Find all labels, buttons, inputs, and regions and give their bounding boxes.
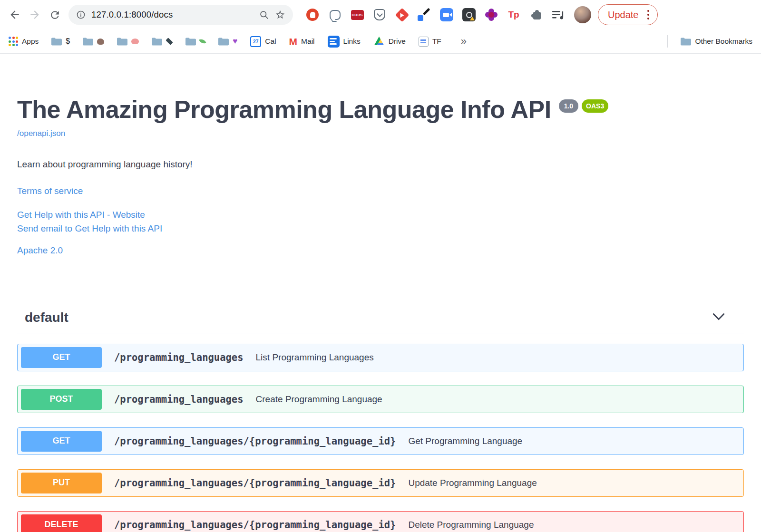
tp-extension-icon[interactable]: Tp [507,8,521,22]
method-badge: GET [21,347,102,368]
bookmark-folder-horse[interactable] [83,38,104,46]
atom-icon [462,8,476,21]
reload-button[interactable] [45,5,65,25]
speech-bubble-icon [330,10,341,20]
bookmark-folder-heart[interactable]: ♥ [218,37,237,46]
url-text[interactable]: 127.0.0.1:8000/docs [91,10,254,20]
back-button[interactable] [5,5,25,25]
bookmark-folder-plant[interactable] [185,38,205,46]
tag-section-default[interactable]: default [17,306,744,333]
redirect-extension-icon[interactable] [395,8,409,22]
extensions-row: CORS Tp [305,8,566,22]
tp-logo: Tp [508,10,519,20]
zoom-icon[interactable] [259,10,269,20]
bookmark-label: TF [432,37,441,46]
operations-list: GET /programming_languages List Programm… [17,344,744,532]
reload-icon [49,9,61,21]
version-badge: 1.0 [559,99,578,113]
bookmark-star-icon[interactable] [275,10,285,20]
openapi-spec-link[interactable]: /openapi.json [17,129,65,138]
bookmark-label: Apps [22,37,39,46]
devtools-extension-icon[interactable] [462,8,476,22]
folder-icon [83,38,93,46]
cors-extension-icon[interactable]: CORS [350,8,364,22]
endpoint-row-update-language[interactable]: PUT /programming_languages/{programming_… [17,469,744,497]
bookmark-label: $ [66,37,70,46]
media-queue-button[interactable] [551,8,566,22]
folder-icon [51,38,62,46]
brain-emoji-icon [131,39,139,44]
red-arrow-icon [395,8,409,22]
site-info-icon[interactable] [76,10,86,19]
api-description: Learn about programming language history… [17,159,744,170]
bookmarks-divider [667,35,668,48]
document-icon [419,37,429,47]
bookmark-label: Cal [265,37,276,46]
endpoint-summary: Delete Programming Language [408,520,534,530]
method-badge: GET [21,431,102,452]
endpoint-row-list-languages[interactable]: GET /programming_languages List Programm… [17,344,744,371]
bookmark-folder-brain[interactable] [117,38,139,46]
flower-extension-icon[interactable] [484,8,498,22]
flower-icon [488,12,494,18]
chevron-down-icon[interactable] [701,311,736,324]
bookmark-folder-graduation[interactable] [152,38,173,46]
bookmark-apps[interactable]: Apps [9,37,39,46]
purple-heart-emoji-icon: ♥ [233,37,237,46]
bookmark-label: Links [343,37,361,46]
bookmark-tf[interactable]: TF [419,37,441,47]
graduation-cap-emoji-icon [166,38,173,45]
extensions-menu-button[interactable] [529,8,543,22]
folder-icon [185,38,196,46]
bookmark-drive[interactable]: Drive [373,36,406,47]
eyedropper-icon [423,8,430,15]
contact-website-link[interactable]: Get Help with this API - Website [17,210,744,220]
bookmark-label: Other Bookmarks [695,37,752,46]
bookmark-folder-dollar[interactable]: $ [51,37,70,46]
zoom-extension-icon[interactable] [439,8,454,22]
endpoint-summary: Get Programming Language [408,436,522,446]
contact-email-link[interactable]: Send email to Get Help with this API [17,223,744,234]
horse-emoji-icon [97,39,104,45]
drive-icon [373,36,385,47]
pocket-extension-icon[interactable] [372,8,387,22]
profile-avatar[interactable] [574,6,591,23]
bookmark-label: Mail [301,37,314,46]
music-queue-icon [552,9,565,20]
endpoint-row-create-language[interactable]: POST /programming_languages Create Progr… [17,386,744,413]
endpoint-path: /programming_languages [114,394,244,405]
address-bar[interactable]: 127.0.0.1:8000/docs [68,5,293,25]
bookmarks-bar: Apps $ ♥ 27 Cal M Mail Links [0,29,761,54]
folder-icon [117,38,127,46]
calendar-icon: 27 [250,36,261,47]
endpoint-path: /programming_languages/{programming_lang… [114,477,396,489]
bookmark-calendar[interactable]: 27 Cal [250,36,276,47]
plant-emoji-icon [199,38,206,45]
save-badge-icon [374,9,385,20]
folder-icon [152,38,162,46]
endpoint-summary: List Programming Languages [256,352,374,363]
cors-badge-icon: CORS [351,10,364,20]
gmail-icon: M [289,37,298,47]
license-link[interactable]: Apache 2.0 [17,245,744,256]
bookmarks-overflow-chevron[interactable]: » [461,35,467,48]
method-badge: PUT [21,473,102,493]
page-title: The Amazing Programming Language Info AP… [17,96,551,124]
update-label: Update [608,10,639,20]
colorpicker-extension-icon[interactable] [417,8,431,22]
forward-button[interactable] [25,5,45,25]
content-blocker-extension-icon[interactable] [305,8,320,22]
endpoint-row-delete-language[interactable]: DELETE /programming_languages/{programmi… [17,511,744,532]
list-icon [328,36,340,48]
terms-of-service-link[interactable]: Terms of service [17,186,744,196]
bookmark-gmail[interactable]: M Mail [289,37,315,47]
other-bookmarks[interactable]: Other Bookmarks [681,37,752,46]
bookmark-label: Drive [389,37,406,46]
bookmark-links[interactable]: Links [328,36,361,48]
endpoint-row-get-language[interactable]: GET /programming_languages/{programming_… [17,427,744,455]
endpoint-path: /programming_languages/{programming_lang… [114,519,396,531]
browser-menu-icon[interactable] [645,8,652,22]
update-button[interactable]: Update [598,4,658,25]
endpoint-path: /programming_languages/{programming_lang… [114,435,396,447]
chat-extension-icon[interactable] [328,8,342,22]
